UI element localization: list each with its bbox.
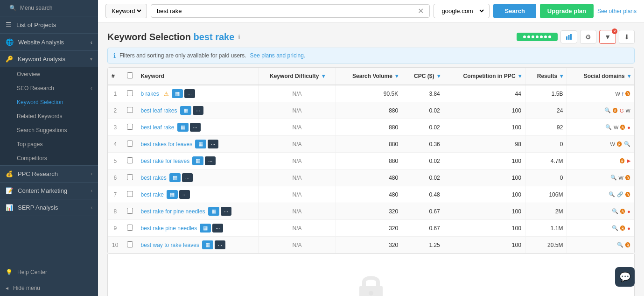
keyword-chart-btn[interactable]: ▦ [180, 106, 191, 115]
keyword-chart-btn[interactable]: ▦ [167, 190, 178, 199]
keyword-more-btn[interactable]: ··· [212, 224, 223, 233]
col-checkbox[interactable] [123, 68, 137, 85]
col-sv[interactable]: Search Volume ▾ [336, 68, 402, 85]
domain-select[interactable]: google.com google.co.uk [438, 4, 485, 18]
sidebar-section-header-serp[interactable]: 📊 SERP Analysis ‹ [0, 199, 98, 216]
keyword-link[interactable]: best rake [141, 191, 164, 198]
keyword-chart-btn[interactable]: ▦ [192, 156, 203, 165]
col-competition[interactable]: Competition in PPC ▾ [444, 68, 525, 85]
sidebar-item-search-suggestions[interactable]: Search Suggestions [0, 123, 98, 137]
row-checkbox[interactable] [127, 124, 133, 130]
row-results: 106M [525, 186, 567, 203]
row-checkbox[interactable] [127, 141, 133, 147]
settings-button[interactable]: ⚙ [580, 30, 596, 44]
keyword-link[interactable]: best leaf rake [141, 124, 175, 131]
keyword-more-btn[interactable]: ··· [193, 106, 203, 115]
keyword-link[interactable]: best rake for pine needles [141, 208, 205, 215]
keyword-link[interactable]: b rakes [141, 91, 159, 97]
dots-button[interactable] [517, 33, 558, 41]
clear-search-button[interactable]: ✕ [416, 7, 426, 15]
sidebar-section-header-keyword-analysis[interactable]: 🔑 Keyword Analysis ▾ [0, 51, 98, 67]
keyword-link[interactable]: best rake pine needles [141, 225, 197, 232]
hide-icon: ◂ [6, 285, 8, 291]
sidebar-item-hide-menu[interactable]: ◂ Hide menu [0, 280, 98, 296]
col-results[interactable]: Results ▾ [525, 68, 567, 85]
sidebar-item-list-of-projects[interactable]: ☰ List of Projects [0, 16, 98, 34]
sidebar-item-label: Help Center [17, 269, 47, 275]
keyword-more-btn[interactable]: ··· [208, 140, 218, 148]
row-checkbox[interactable] [127, 174, 133, 180]
keyword-chart-btn[interactable]: ▦ [208, 207, 219, 216]
select-all-checkbox[interactable] [127, 72, 133, 78]
row-checkbox[interactable] [127, 191, 133, 197]
keyword-chart-btn[interactable]: ▦ [202, 240, 213, 249]
col-social[interactable]: Social domains ▾ [567, 68, 634, 85]
keyword-more-btn[interactable]: ··· [179, 190, 190, 199]
sidebar-item-top-pages[interactable]: Top pages [0, 137, 98, 151]
row-checkbox[interactable] [127, 208, 133, 214]
keyword-link[interactable]: best way to rake leaves [141, 242, 199, 248]
filter-button[interactable]: ▼ ✕ [599, 30, 616, 44]
table-row: 10best way to rake leaves▦···N/A3201.251… [108, 237, 634, 254]
sidebar-item-related-keywords[interactable]: Related Keywords [0, 109, 98, 123]
social-icon-q: 🔍 [604, 107, 611, 113]
chart-button[interactable] [560, 30, 577, 43]
keyword-chart-btn[interactable]: ▦ [169, 173, 181, 182]
row-num: 6 [108, 169, 123, 186]
keyword-link[interactable]: best leaf rakes [141, 107, 177, 114]
upgrade-plan-button[interactable]: Upgrade plan [540, 4, 594, 18]
download-button[interactable]: ⬇ [619, 30, 635, 44]
row-checkbox[interactable] [127, 241, 133, 247]
sidebar-item-website-analysis[interactable]: 🌐 Website Analysis ‹ [0, 34, 98, 51]
chat-bubble[interactable]: 💬 [615, 267, 635, 287]
keyword-chart-btn[interactable]: ▦ [200, 224, 211, 233]
row-sv: 320 [336, 220, 402, 237]
sidebar-item-seo-research[interactable]: SEO Research ‹ [0, 81, 98, 95]
keyword-more-btn[interactable]: ··· [205, 156, 216, 165]
keyword-link[interactable]: best rakes [141, 175, 167, 181]
row-num: 5 [108, 153, 123, 169]
info-link[interactable]: See plans and pricing. [250, 52, 305, 59]
keyword-more-btn[interactable]: ··· [221, 207, 231, 216]
keyword-more-btn[interactable]: ··· [184, 89, 195, 98]
row-checkbox[interactable] [127, 157, 133, 163]
row-competition: 100 [444, 119, 525, 136]
sidebar-section-keyword-analysis: 🔑 Keyword Analysis ▾ Overview SEO Resear… [0, 51, 98, 166]
keyword-chart-btn[interactable]: ▦ [195, 140, 206, 148]
row-checkbox[interactable] [127, 107, 133, 113]
see-other-plans-link[interactable]: See other plans [597, 8, 637, 14]
keyword-more-btn[interactable]: ··· [215, 240, 225, 249]
col-cpc[interactable]: CPC ($) ▾ [402, 68, 444, 85]
content-area: Keyword Selection best rake ℹ [98, 22, 644, 296]
sidebar-section-header-content[interactable]: 📝 Content Marketing ‹ [0, 183, 98, 199]
keyword-type-dropdown[interactable]: Keyword URL Domain [110, 7, 143, 15]
row-checkbox[interactable] [127, 225, 133, 231]
keyword-chart-btn[interactable]: ▦ [177, 123, 189, 132]
sidebar-item-competitors[interactable]: Competitors [0, 151, 98, 165]
keyword-type-select[interactable]: Keyword URL Domain [105, 4, 147, 18]
row-cpc: 0.02 [402, 102, 444, 119]
row-social: 🔍🅐● [567, 220, 634, 237]
social-icon-a: 🅐 [625, 242, 630, 248]
sidebar-item-help-center[interactable]: 💡 Help Center [0, 264, 98, 280]
info-tooltip-icon[interactable]: ℹ [238, 34, 240, 41]
sidebar-item-label: Website Analysis [18, 39, 64, 46]
row-keyword-cell: b rakes⚠▦··· [137, 85, 259, 102]
search-input[interactable] [155, 5, 416, 17]
keyword-more-btn[interactable]: ··· [182, 173, 193, 182]
row-checkbox[interactable] [127, 90, 133, 96]
keyword-chart-btn[interactable]: ▦ [172, 89, 183, 98]
row-sv: 90.5K [336, 85, 402, 102]
keyword-more-btn[interactable]: ··· [190, 123, 201, 132]
row-keyword-cell: best way to rake leaves▦··· [137, 237, 259, 253]
sidebar-section-header-ppc[interactable]: 💰 PPC Research ‹ [0, 166, 98, 182]
col-kd[interactable]: Keyword Difficulty ▾ [259, 68, 336, 85]
sidebar-item-keyword-selection[interactable]: Keyword Selection [0, 95, 98, 109]
search-button[interactable]: Search [493, 4, 536, 18]
chevron-down-icon: ▾ [90, 56, 92, 62]
keyword-link[interactable]: best rake for leaves [141, 158, 190, 164]
sidebar-item-overview[interactable]: Overview [0, 67, 98, 81]
row-cpc: 3.84 [402, 85, 444, 102]
keyword-link[interactable]: best rakes for leaves [141, 141, 193, 148]
menu-search[interactable]: 🔍 Menu search [0, 0, 98, 16]
